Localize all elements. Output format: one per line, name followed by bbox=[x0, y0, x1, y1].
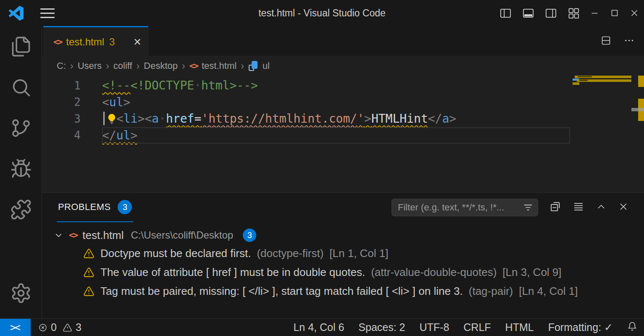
source-control-icon[interactable] bbox=[0, 108, 42, 148]
problem-row[interactable]: The value of attribute [ href ] must be … bbox=[42, 263, 644, 282]
split-editor-icon[interactable] bbox=[600, 35, 612, 48]
line-number: 4 bbox=[42, 129, 102, 142]
breadcrumb-symbol[interactable]: ul bbox=[263, 60, 270, 71]
settings-gear-icon[interactable] bbox=[0, 273, 42, 313]
code-token: href bbox=[166, 112, 194, 126]
close-tab-icon[interactable]: × bbox=[134, 35, 141, 48]
status-formatting[interactable]: Formatting: ✓ bbox=[548, 321, 613, 333]
run-debug-icon[interactable] bbox=[0, 148, 42, 189]
problem-row[interactable]: Doctype must be declared first.(doctype-… bbox=[42, 244, 644, 263]
overview-scroll-marker bbox=[631, 108, 644, 111]
remote-indicator[interactable]: >< bbox=[0, 319, 31, 336]
code-token: html>--> bbox=[201, 79, 258, 92]
minimap[interactable] bbox=[573, 76, 631, 192]
breadcrumb-file[interactable]: test.html bbox=[202, 60, 237, 71]
minimize-button[interactable] bbox=[585, 0, 605, 26]
chevron-right-icon: › bbox=[106, 60, 109, 72]
html-file-icon: <> bbox=[69, 230, 77, 240]
status-cursor-position[interactable]: Ln 4, Col 6 bbox=[293, 321, 344, 333]
problems-file-path: C:\Users\coliff\Desktop bbox=[131, 229, 234, 241]
toggle-panel-icon[interactable] bbox=[517, 0, 539, 26]
close-window-button[interactable] bbox=[624, 0, 644, 26]
titlebar-controls bbox=[494, 0, 644, 26]
explorer-icon[interactable] bbox=[0, 26, 42, 67]
breadcrumb-item[interactable]: coliff bbox=[113, 60, 132, 71]
overview-ruler[interactable] bbox=[638, 76, 644, 192]
maximize-panel-icon[interactable] bbox=[596, 201, 607, 214]
toggle-secondary-sidebar-icon[interactable] bbox=[539, 0, 562, 26]
code-line-2[interactable]: 2<ul> bbox=[42, 94, 644, 111]
code-line-4[interactable]: 4</ul> bbox=[42, 127, 644, 144]
problems-filter-input[interactable] bbox=[392, 199, 538, 216]
status-indentation[interactable]: Spaces: 2 bbox=[358, 321, 405, 333]
chevron-right-icon: › bbox=[70, 60, 74, 72]
chevron-right-icon: › bbox=[137, 60, 140, 72]
customize-layout-icon[interactable] bbox=[562, 0, 585, 26]
code-token: > bbox=[449, 112, 456, 126]
problem-rule: (tag-pair) bbox=[469, 285, 513, 298]
breadcrumb-item[interactable]: Users bbox=[78, 60, 102, 71]
code-token: ' bbox=[357, 112, 364, 126]
titlebar: test.html - Visual Studio Code bbox=[0, 0, 644, 26]
code-line-3[interactable]: 3<li><a·href='https://htmlhint.com/'>HTM… bbox=[42, 110, 644, 127]
code-token: > bbox=[130, 129, 137, 142]
code-token: < bbox=[145, 112, 152, 126]
tab-test-html[interactable]: <> test.html 3 × bbox=[43, 26, 148, 56]
code-token: ul bbox=[116, 129, 131, 142]
warning-icon bbox=[83, 248, 95, 259]
code-token: a bbox=[152, 112, 159, 126]
more-actions-icon[interactable] bbox=[623, 35, 635, 48]
line-number: 3 bbox=[42, 113, 102, 125]
problem-rule: (doctype-first) bbox=[257, 247, 323, 260]
problems-list: <> test.html C:\Users\coliff\Desktop 3 D… bbox=[42, 222, 644, 301]
tab-bar: <> test.html 3 × bbox=[42, 26, 644, 56]
status-language[interactable]: HTML bbox=[505, 321, 534, 333]
lightbulb-icon[interactable] bbox=[106, 113, 118, 125]
file-problems-count-badge: 3 bbox=[243, 228, 256, 242]
collapse-all-icon[interactable] bbox=[549, 201, 561, 214]
vscode-logo-icon bbox=[9, 6, 24, 21]
status-problems-summary[interactable]: 0 3 bbox=[38, 321, 81, 333]
view-as-table-icon[interactable] bbox=[573, 201, 584, 214]
problems-file-name: test.html bbox=[82, 229, 124, 242]
filter-icon[interactable] bbox=[523, 202, 534, 215]
problem-message: Doctype must be declared first. bbox=[100, 247, 251, 260]
code-token: > bbox=[124, 95, 131, 109]
code-token: </ bbox=[102, 129, 116, 142]
status-right: Ln 4, Col 6 Spaces: 2 UTF-8 CRLF HTML Fo… bbox=[293, 321, 637, 334]
toggle-primary-sidebar-icon[interactable] bbox=[494, 0, 517, 26]
symbol-ul-icon bbox=[248, 61, 258, 71]
line-content: <li><a·href='https://htmlhint.com/'>HTML… bbox=[102, 112, 456, 126]
extensions-icon[interactable] bbox=[0, 189, 42, 230]
code-token: HTMLHint bbox=[371, 112, 428, 126]
code-line-1[interactable]: 1<!--<!DOCTYPE·html>--> bbox=[42, 77, 644, 94]
problems-file-group[interactable]: <> test.html C:\Users\coliff\Desktop 3 bbox=[42, 226, 644, 244]
line-number: 2 bbox=[42, 96, 102, 108]
line-content: <!--<!DOCTYPE·html>--> bbox=[102, 79, 258, 92]
notifications-bell-icon[interactable] bbox=[627, 321, 637, 334]
tab-label: test.html bbox=[66, 36, 104, 48]
problem-message: The value of attribute [ href ] must be … bbox=[100, 266, 365, 279]
close-panel-icon[interactable] bbox=[618, 201, 629, 214]
problem-row[interactable]: Tag must be paired, missing: [ </li> ], … bbox=[42, 282, 644, 301]
code-editor[interactable]: 1<!--<!DOCTYPE·html>-->2<ul>3<li><a·href… bbox=[42, 76, 644, 192]
status-encoding[interactable]: UTF-8 bbox=[419, 321, 449, 333]
tab-problems[interactable]: PROBLEMS 3 bbox=[57, 193, 133, 222]
maximize-button[interactable] bbox=[605, 0, 624, 26]
html-file-icon: <> bbox=[53, 37, 61, 47]
code-token: < bbox=[102, 95, 109, 109]
code-token: <!-- bbox=[102, 79, 130, 92]
code-token: 'https://htmlhint.com/ bbox=[201, 112, 357, 126]
menu-hamburger-icon[interactable] bbox=[40, 5, 55, 21]
status-eol[interactable]: CRLF bbox=[463, 321, 491, 333]
code-token: </ bbox=[428, 112, 442, 126]
problem-message: Tag must be paired, missing: [ </li> ], … bbox=[100, 285, 463, 298]
breadcrumb-item[interactable]: C: bbox=[57, 60, 66, 71]
panel-controls bbox=[392, 199, 629, 216]
line-number: 1 bbox=[42, 79, 102, 92]
search-icon[interactable] bbox=[0, 67, 42, 108]
problems-count-badge: 3 bbox=[118, 200, 132, 214]
code-lines: 1<!--<!DOCTYPE·html>-->2<ul>3<li><a·href… bbox=[42, 76, 644, 192]
breadcrumb-item[interactable]: Desktop bbox=[144, 60, 178, 71]
vscode-window: test.html - Visual Studio Code bbox=[0, 0, 644, 336]
